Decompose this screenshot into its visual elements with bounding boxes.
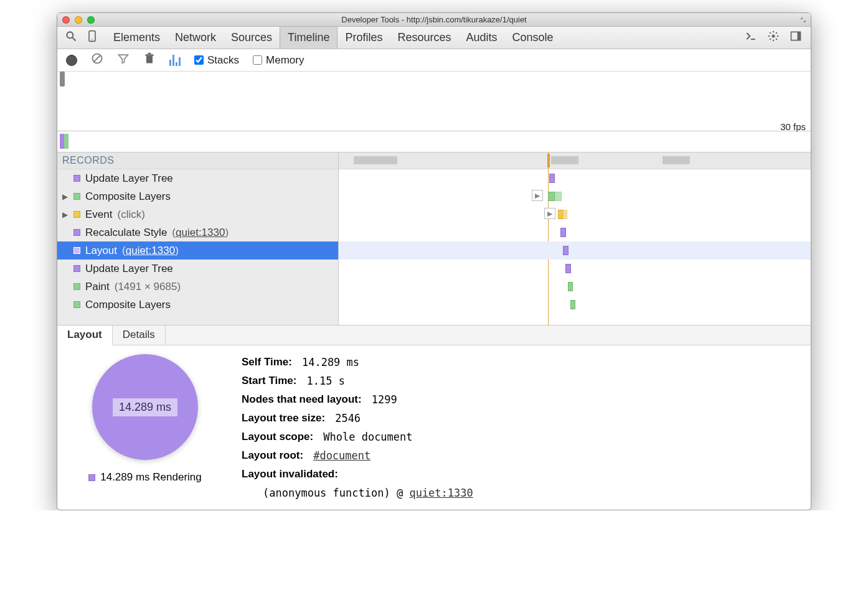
stacks-label: Stacks: [207, 54, 239, 67]
record-label: Event: [85, 208, 112, 221]
record-button[interactable]: [66, 55, 77, 66]
detail-value: 2546: [335, 409, 361, 428]
tab-elements[interactable]: Elements: [106, 27, 167, 49]
titlebar: Developer Tools - http://jsbin.com/tikur…: [57, 13, 811, 27]
record-row[interactable]: ▶ Event (click): [57, 205, 338, 223]
category-swatch: [73, 211, 80, 218]
overview-marker[interactable]: [60, 72, 65, 87]
expand-chevron-icon[interactable]: ▶: [544, 208, 555, 219]
record-row[interactable]: ▶ Composite Layers: [57, 187, 338, 205]
category-swatch: [73, 175, 80, 182]
record-label: Update Layer Tree: [85, 172, 173, 185]
detail-label: Layout invalidated:: [242, 465, 338, 484]
record-row[interactable]: Update Layer Tree: [57, 169, 338, 187]
timeline-chart[interactable]: ▶ ▶: [339, 152, 811, 325]
detail-label: Layout scope:: [242, 428, 313, 446]
tab-profiles[interactable]: Profiles: [337, 27, 390, 49]
detail-value: 1.15 s: [307, 372, 345, 390]
tab-network[interactable]: Network: [167, 27, 224, 49]
settings-gear-icon[interactable]: [767, 30, 780, 45]
timeline-toolbar: Stacks Memory: [57, 49, 811, 72]
main-tabs: Elements Network Sources Timeline Profil…: [57, 27, 811, 49]
detail-value: 1299: [372, 390, 397, 409]
svg-point-0: [67, 32, 73, 38]
layout-root-link[interactable]: #document: [313, 449, 370, 462]
filter-icon[interactable]: [117, 52, 130, 68]
disclosure-icon[interactable]: ▶: [62, 210, 68, 219]
category-swatch: [73, 301, 80, 308]
expand-chevron-icon[interactable]: ▶: [532, 190, 543, 201]
tab-console[interactable]: Console: [505, 27, 561, 49]
tab-resources[interactable]: Resources: [390, 27, 459, 49]
record-row-selected[interactable]: Layout (quiet:1330): [57, 241, 338, 260]
svg-rect-12: [148, 53, 151, 55]
console-drawer-icon[interactable]: [745, 30, 757, 45]
record-label: Paint: [85, 281, 110, 293]
pie-chart-container: 14.289 ms 14.289 ms Rendering: [67, 353, 223, 503]
invalidated-link[interactable]: quiet:1330: [409, 487, 473, 499]
pie-legend: 14.289 ms Rendering: [88, 471, 202, 484]
svg-point-5: [772, 35, 775, 38]
tab-sources[interactable]: Sources: [224, 27, 280, 49]
pie-chart: 14.289 ms: [92, 354, 198, 460]
traffic-lights: [57, 16, 95, 24]
dock-icon[interactable]: [790, 30, 802, 45]
disclosure-icon[interactable]: ▶: [62, 192, 68, 201]
device-icon[interactable]: [86, 30, 98, 45]
frames-view-icon[interactable]: [169, 55, 181, 66]
minimize-window-button[interactable]: [75, 16, 82, 24]
source-link[interactable]: quiet:1330: [126, 245, 175, 256]
svg-line-1: [73, 38, 76, 41]
detail-tab-layout[interactable]: Layout: [57, 325, 113, 345]
detail-tabs: Layout Details: [57, 325, 811, 345]
memory-checkbox[interactable]: Memory: [253, 54, 304, 67]
record-label: Update Layer Tree: [85, 263, 173, 275]
detail-value: Whole document: [323, 428, 412, 446]
close-window-button[interactable]: [62, 16, 70, 24]
stacks-checkbox[interactable]: Stacks: [194, 54, 239, 67]
detail-label: Nodes that need layout:: [242, 390, 362, 409]
detail-label: Layout root:: [242, 446, 303, 465]
tab-audits[interactable]: Audits: [459, 27, 505, 49]
expand-icon[interactable]: [800, 16, 807, 24]
detail-value: #document: [313, 446, 370, 465]
overview-divider: [57, 131, 811, 131]
record-row[interactable]: Composite Layers: [57, 296, 338, 314]
category-swatch: [73, 265, 80, 272]
search-icon[interactable]: [65, 30, 77, 45]
category-swatch: [73, 193, 80, 200]
records-header: RECORDS: [57, 152, 338, 169]
detail-label: Layout tree size:: [242, 409, 325, 428]
clear-circle-icon[interactable]: [91, 52, 103, 68]
memory-checkbox-input[interactable]: [253, 55, 262, 65]
records-area: RECORDS Update Layer Tree ▶ Composite La…: [57, 152, 811, 325]
maximize-window-button[interactable]: [87, 16, 95, 24]
record-label: Composite Layers: [85, 299, 171, 311]
svg-rect-11: [145, 54, 153, 56]
stacks-checkbox-input[interactable]: [194, 55, 204, 65]
memory-label: Memory: [266, 54, 304, 67]
record-extra: (quiet:1330): [122, 245, 179, 257]
detail-value: (anonymous function) @ quiet:1330: [263, 484, 473, 502]
svg-line-9: [94, 55, 100, 62]
record-row[interactable]: Paint (1491 × 9685): [57, 278, 338, 296]
detail-label: Start Time:: [242, 372, 297, 390]
record-row[interactable]: Recalculate Style (quiet:1330): [57, 223, 338, 241]
record-extra: (click): [117, 208, 144, 221]
tab-timeline[interactable]: Timeline: [280, 27, 337, 49]
category-swatch: [73, 283, 80, 290]
detail-tab-details[interactable]: Details: [113, 325, 166, 345]
source-link[interactable]: quiet:1330: [176, 227, 225, 238]
window-title: Developer Tools - http://jsbin.com/tikur…: [57, 15, 811, 24]
record-row[interactable]: Update Layer Tree: [57, 260, 338, 278]
record-label: Layout: [85, 245, 117, 257]
record-label: Recalculate Style: [85, 227, 167, 239]
legend-swatch: [88, 474, 95, 481]
timeline-overview[interactable]: 30 fps: [57, 72, 811, 152]
record-label: Composite Layers: [85, 190, 171, 203]
detail-pane: Layout Details 14.289 ms 14.289 ms Rende…: [57, 325, 811, 510]
records-list: RECORDS Update Layer Tree ▶ Composite La…: [57, 152, 339, 325]
category-swatch: [73, 247, 80, 254]
garbage-icon[interactable]: [143, 52, 156, 68]
devtools-window: Developer Tools - http://jsbin.com/tikur…: [57, 12, 811, 510]
